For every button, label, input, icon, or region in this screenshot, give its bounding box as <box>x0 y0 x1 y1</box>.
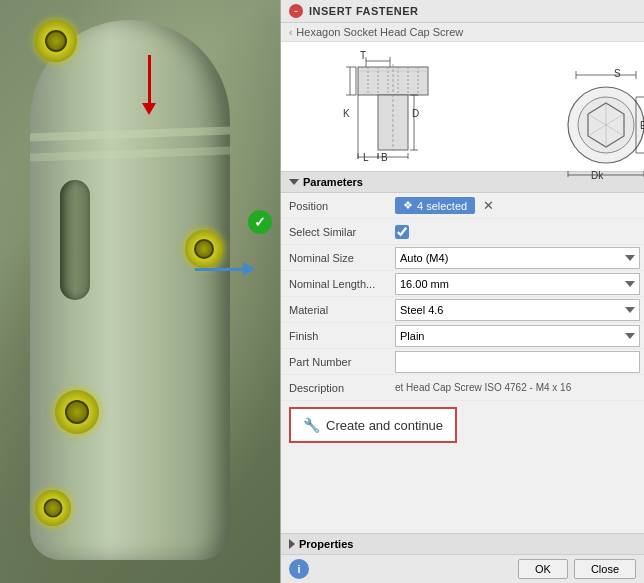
description-row: Description et Head Cap Screw ISO 4762 -… <box>281 375 644 401</box>
svg-text:Dk: Dk <box>591 170 604 181</box>
finish-label: Finish <box>285 326 395 346</box>
svg-text:T: T <box>360 50 366 61</box>
screw-top-view: S E Dk <box>556 67 636 147</box>
cursor-icon: ❖ <box>403 199 413 212</box>
nominal-size-label: Nominal Size <box>285 248 395 268</box>
finish-dropdown[interactable]: Plain <box>395 325 640 347</box>
parameters-label: Parameters <box>303 176 363 188</box>
insert-fastener-panel: − INSERT FASTENER ‹ Hexagon Socket Head … <box>280 0 644 583</box>
collapse-parameters-icon <box>289 179 299 185</box>
material-row: Material Steel 4.6 <box>281 297 644 323</box>
position-row: Position ❖ 4 selected ✕ <box>281 193 644 219</box>
fastener-4 <box>35 490 71 526</box>
nominal-length-label: Nominal Length... <box>285 274 395 294</box>
screw-side-view: T D <box>289 49 556 164</box>
position-value: ❖ 4 selected ✕ <box>395 197 640 214</box>
position-label: Position <box>285 196 395 216</box>
create-continue-button[interactable]: 🔧 Create and continue <box>289 407 457 443</box>
nominal-size-value: Auto (M4) <box>395 247 640 269</box>
part-number-value <box>395 351 640 373</box>
breadcrumb-text: Hexagon Socket Head Cap Screw <box>296 26 463 38</box>
ok-button[interactable]: OK <box>518 559 568 579</box>
green-check-icon: ✓ <box>248 210 272 234</box>
svg-text:B: B <box>381 152 388 163</box>
description-label: Description <box>285 378 395 398</box>
fastener-2 <box>185 230 223 268</box>
description-value: et Head Cap Screw ISO 4762 - M4 x 16 <box>395 382 640 393</box>
finish-row: Finish Plain <box>281 323 644 349</box>
svg-text:D: D <box>412 108 419 119</box>
clear-position-button[interactable]: ✕ <box>479 198 498 213</box>
close-button[interactable]: Close <box>574 559 636 579</box>
select-similar-label: Select Similar <box>285 222 395 242</box>
breadcrumb-arrow-icon: ‹ <box>289 27 292 38</box>
create-icon: 🔧 <box>303 417 320 433</box>
part-number-input[interactable] <box>395 351 640 373</box>
select-similar-row: Select Similar <box>281 219 644 245</box>
material-dropdown[interactable]: Steel 4.6 <box>395 299 640 321</box>
screw-diagram-svg: T D <box>338 49 508 164</box>
properties-section: Properties <box>281 533 644 554</box>
part-number-row: Part Number <box>281 349 644 375</box>
properties-header[interactable]: Properties <box>281 534 644 554</box>
breadcrumb: ‹ Hexagon Socket Head Cap Screw <box>281 23 644 42</box>
red-down-arrow <box>148 55 151 105</box>
svg-text:K: K <box>343 108 350 119</box>
blue-right-arrow <box>195 268 245 271</box>
create-continue-label: Create and continue <box>326 418 443 433</box>
parameters-section: Parameters Position ❖ 4 selected ✕ Selec… <box>281 172 644 533</box>
nominal-length-value: 16.00 mm <box>395 273 640 295</box>
nominal-size-row: Nominal Size Auto (M4) <box>281 245 644 271</box>
select-similar-value <box>395 225 640 239</box>
finish-value: Plain <box>395 325 640 347</box>
part-number-label: Part Number <box>285 352 395 372</box>
screw-top-view-svg: S E Dk <box>556 67 644 182</box>
selected-count: 4 selected <box>417 200 467 212</box>
panel-footer: i OK Close <box>281 554 644 583</box>
position-selected-badge[interactable]: ❖ 4 selected <box>395 197 475 214</box>
footer-buttons: OK Close <box>518 559 636 579</box>
fastener-3 <box>55 390 99 434</box>
cad-viewport: ✓ <box>0 0 280 583</box>
info-button[interactable]: i <box>289 559 309 579</box>
svg-text:S: S <box>614 68 621 79</box>
part-slot <box>60 180 90 300</box>
nominal-length-dropdown[interactable]: 16.00 mm <box>395 273 640 295</box>
expand-properties-icon <box>289 539 295 549</box>
svg-text:E: E <box>640 120 644 131</box>
fastener-1 <box>35 20 77 62</box>
fastener-diagram: T D <box>281 42 644 172</box>
header-icon: − <box>289 4 303 18</box>
material-value: Steel 4.6 <box>395 299 640 321</box>
nominal-size-dropdown[interactable]: Auto (M4) <box>395 247 640 269</box>
material-label: Material <box>285 300 395 320</box>
properties-label: Properties <box>299 538 353 550</box>
svg-text:L: L <box>363 152 369 163</box>
description-text: et Head Cap Screw ISO 4762 - M4 x 16 <box>395 382 640 393</box>
nominal-length-row: Nominal Length... 16.00 mm <box>281 271 644 297</box>
panel-header: − INSERT FASTENER <box>281 0 644 23</box>
select-similar-checkbox[interactable] <box>395 225 409 239</box>
panel-title: INSERT FASTENER <box>309 5 419 17</box>
